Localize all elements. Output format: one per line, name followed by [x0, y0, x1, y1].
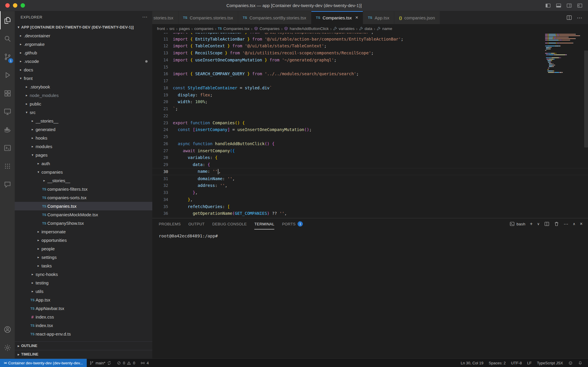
toggle-panel-icon[interactable] [556, 3, 562, 9]
tree-item-hooks[interactable]: ▸hooks [15, 134, 152, 142]
panel-tab-debug-console[interactable]: DEBUG CONSOLE [212, 218, 247, 229]
tree-item--stories-[interactable]: ▸__stories__ [15, 176, 152, 185]
tree-item-react-app-env.d.ts[interactable]: TSreact-app-env.d.ts [15, 330, 152, 338]
tree-item-opportunities[interactable]: ▸opportunities [15, 236, 152, 244]
tree-item-modules[interactable]: ▸modules [15, 142, 152, 151]
tree-item-companies-filters.tsx[interactable]: TScompanies-filters.tsx [15, 185, 152, 193]
customize-layout-icon[interactable] [577, 3, 583, 9]
workspace-section-header[interactable]: ▾ APP [CONTAINER DEV-TWENTY-DEV (DEV-TWE… [15, 23, 152, 31]
tree-item-index.tsx[interactable]: TSindex.tsx [15, 321, 152, 330]
tree-item-companies[interactable]: ▾companies [15, 168, 152, 176]
tree-item-src[interactable]: ▾src [15, 108, 152, 117]
activity-terminal-view[interactable] [0, 139, 15, 157]
tree-item-companiesmockmode.tsx[interactable]: TSCompaniesMockMode.tsx [15, 210, 152, 219]
tree-item-.devcontainer[interactable]: ▸.devcontainer [15, 31, 152, 40]
breadcrumb-item-pages[interactable]: pages [179, 26, 190, 31]
activity-comments[interactable] [0, 175, 15, 193]
maximize-panel-icon[interactable]: ∧ [573, 222, 575, 226]
tab-companies.sortby.stories.tsx[interactable]: TSCompanies.sortBy.stories.tsx [238, 11, 311, 24]
activity-search[interactable] [0, 29, 15, 48]
tree-item-.github[interactable]: ▸.github [15, 48, 152, 57]
split-terminal-icon[interactable] [544, 221, 549, 227]
breadcrumb-item-companies.tsx[interactable]: TSCompanies.tsx [218, 26, 250, 31]
toggle-primary-sidebar-icon[interactable] [545, 3, 551, 9]
tree-item-auth[interactable]: ▸auth [15, 159, 152, 168]
tab-companies.json[interactable]: {}companies.json [394, 11, 440, 24]
tree-item-pages[interactable]: ▾pages [15, 151, 152, 159]
tree-item-tasks[interactable]: ▸tasks [15, 262, 152, 270]
terminal-profile-chevron-icon[interactable]: ∨ [537, 222, 540, 226]
tab-stories.tsx[interactable]: stories.tsx [152, 11, 178, 24]
activity-docker[interactable] [0, 120, 15, 139]
section-timeline[interactable]: ▸TIMELINE [15, 350, 152, 358]
code-editor[interactable]: 10import { WithTopBarContainer } from '@… [152, 33, 588, 218]
editor-scrollbar[interactable] [584, 51, 588, 148]
activity-settings[interactable] [0, 338, 15, 357]
kill-terminal-icon[interactable] [554, 221, 559, 227]
panel-more-actions-icon[interactable]: ⋯ [564, 221, 568, 227]
close-tab-icon[interactable]: × [355, 15, 358, 21]
tree-item--stories-[interactable]: ▸__stories__ [15, 117, 152, 125]
activity-explorer[interactable] [0, 11, 15, 29]
breadcrumb-item-variables[interactable]: variables [333, 26, 355, 31]
close-panel-icon[interactable]: × [580, 221, 583, 227]
forwarded-ports-item[interactable]: 4 [138, 359, 151, 367]
tab-app.tsx[interactable]: TSApp.tsx [363, 11, 394, 24]
encoding-item[interactable]: UTF-8 [508, 359, 524, 367]
notifications-item[interactable] [575, 359, 585, 367]
activity-account[interactable] [0, 320, 15, 338]
panel-tab-problems[interactable]: PROBLEMS [159, 218, 181, 229]
tree-item-.vscode[interactable]: ▸.vscode [15, 57, 152, 66]
tree-item-testing[interactable]: ▸testing [15, 279, 152, 287]
tree-item-public[interactable]: ▸public [15, 100, 152, 108]
language-mode-item[interactable]: TypeScript JSX [534, 359, 566, 367]
tree-item-.storybook[interactable]: ▸.storybook [15, 83, 152, 91]
terminal[interactable]: root@0a42ecd84891:/app# [152, 229, 588, 358]
tree-item-generated[interactable]: ▸generated [15, 125, 152, 134]
section-outline[interactable]: ▸OUTLINE [15, 341, 152, 350]
tree-item-companies.tsx[interactable]: TSCompanies.tsx [15, 202, 152, 210]
breadcrumb-item-handleaddbuttonclick[interactable]: handleAddButtonClick [284, 26, 329, 31]
tree-item-settings[interactable]: ▸settings [15, 253, 152, 262]
close-window-button[interactable] [5, 3, 10, 8]
activity-extensions[interactable] [0, 84, 15, 102]
tree-item-people[interactable]: ▸people [15, 244, 152, 253]
toggle-secondary-sidebar-icon[interactable] [566, 3, 572, 9]
tree-item-app.tsx[interactable]: TSApp.tsx [15, 296, 152, 304]
tree-item-impersonate[interactable]: ▸impersonate [15, 227, 152, 236]
breadcrumb-item-front[interactable]: front [157, 26, 165, 31]
tree-item-companies-sorts.tsx[interactable]: TScompanies-sorts.tsx [15, 193, 152, 202]
breadcrumb-item-companies[interactable]: companies [194, 26, 213, 31]
tab-companies.tsx[interactable]: TSCompanies.tsx× [311, 11, 363, 24]
panel-tab-terminal[interactable]: TERMINAL [254, 218, 274, 229]
tree-item-utils[interactable]: ▸utils [15, 287, 152, 296]
remote-indicator[interactable]: >< Container dev-twenty-dev (dev-twenty-… [0, 359, 87, 367]
breadcrumb-item-companies[interactable]: Companies [254, 26, 280, 31]
tree-item-companyshow.tsx[interactable]: TSCompanyShow.tsx [15, 219, 152, 227]
panel-tab-output[interactable]: OUTPUT [188, 218, 205, 229]
activity-source-control[interactable]: 1 [0, 48, 15, 66]
editor-more-actions-icon[interactable]: ⋯ [577, 14, 583, 21]
tree-item-sync-hooks[interactable]: ▸sync-hooks [15, 270, 152, 279]
tree-item-appnavbar.tsx[interactable]: TSAppNavbar.tsx [15, 304, 152, 313]
activity-remote-explorer[interactable] [0, 102, 15, 120]
terminal-shell-selector[interactable]: bash [510, 221, 525, 227]
breadcrumb-item-name[interactable]: name [377, 26, 392, 31]
indentation-item[interactable]: Spaces: 2 [486, 359, 508, 367]
tree-item-front[interactable]: ▾front [15, 74, 152, 83]
problems-item[interactable]: 0 0 [114, 359, 138, 367]
minimap[interactable] [545, 34, 584, 73]
cursor-position-item[interactable]: Ln 30, Col 19 [458, 359, 486, 367]
tab-companies.stories.tsx[interactable]: TSCompanies.stories.tsx [178, 11, 238, 24]
breadcrumb-item-src[interactable]: src [169, 26, 175, 31]
activity-github-actions[interactable] [0, 157, 15, 175]
new-terminal-icon[interactable]: + [530, 221, 533, 227]
split-editor-icon[interactable] [566, 15, 572, 21]
breadcrumb-item-data[interactable]: data [359, 26, 372, 31]
tree-item-.ergomake[interactable]: ▸.ergomake [15, 40, 152, 48]
eol-item[interactable]: LF [524, 359, 534, 367]
panel-tab-ports[interactable]: PORTS1 [282, 218, 303, 229]
tree-item-docs[interactable]: ▸docs [15, 66, 152, 74]
tree-item-node-modules[interactable]: ▸node_modules [15, 91, 152, 100]
tree-item-index.css[interactable]: #index.css [15, 313, 152, 321]
